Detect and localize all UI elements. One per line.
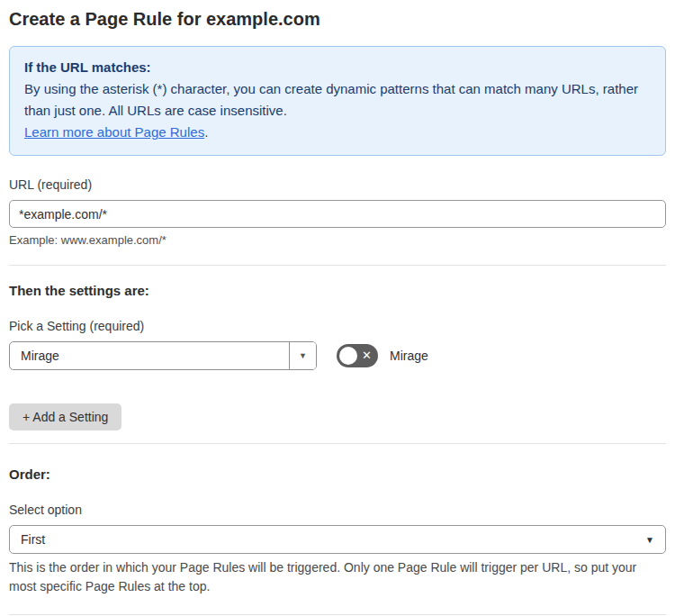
create-page-rule-panel: Create a Page Rule for example.com If th… bbox=[0, 0, 675, 616]
divider bbox=[9, 265, 666, 266]
divider bbox=[9, 443, 666, 444]
settings-section-heading: Then the settings are: bbox=[9, 283, 666, 298]
url-helper-text: Example: www.example.com/* bbox=[9, 233, 666, 247]
setting-select-value: Mirage bbox=[10, 342, 289, 369]
url-input[interactable] bbox=[9, 200, 666, 228]
order-select[interactable]: First ▼ bbox=[9, 525, 666, 554]
chevron-down-icon: ▼ bbox=[645, 535, 654, 545]
chevron-down-icon: ▼ bbox=[299, 351, 307, 360]
pick-setting-label: Pick a Setting (required) bbox=[9, 319, 666, 333]
divider bbox=[9, 614, 666, 615]
order-helper-text: This is the order in which your Page Rul… bbox=[9, 558, 657, 596]
toggle-label: Mirage bbox=[390, 349, 428, 363]
toggle-knob bbox=[339, 347, 357, 365]
order-select-label: Select option bbox=[9, 503, 666, 517]
setting-row: Mirage ▼ ✕ Mirage bbox=[9, 341, 666, 370]
toggle-off-x-icon: ✕ bbox=[362, 349, 372, 361]
order-select-value: First bbox=[21, 532, 45, 547]
info-box-body: By using the asterisk (*) character, you… bbox=[24, 78, 651, 122]
setting-select[interactable]: Mirage ▼ bbox=[9, 341, 317, 370]
order-section-heading: Order: bbox=[9, 467, 666, 482]
mirage-toggle[interactable]: ✕ bbox=[337, 344, 378, 367]
add-setting-button[interactable]: + Add a Setting bbox=[9, 403, 122, 430]
url-field-label: URL (required) bbox=[9, 177, 666, 192]
info-box-heading: If the URL matches: bbox=[24, 57, 651, 78]
info-box-link-line: Learn more about Page Rules. bbox=[24, 122, 651, 143]
setting-select-caret-button[interactable]: ▼ bbox=[289, 342, 316, 369]
url-match-info-box: If the URL matches: By using the asteris… bbox=[9, 46, 666, 156]
learn-more-link[interactable]: Learn more about Page Rules bbox=[24, 124, 204, 140]
link-suffix: . bbox=[204, 124, 208, 140]
page-title: Create a Page Rule for example.com bbox=[9, 9, 666, 30]
